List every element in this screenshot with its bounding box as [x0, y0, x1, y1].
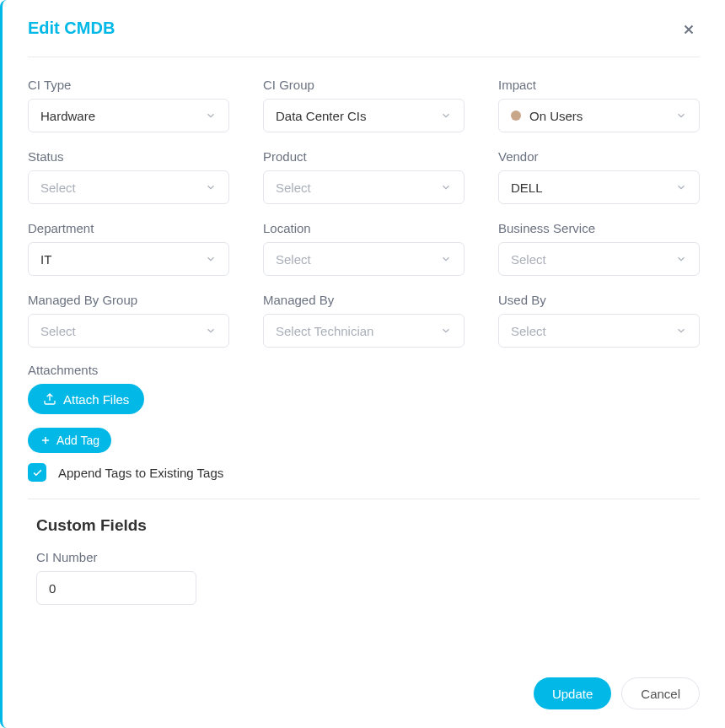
chevron-down-icon	[205, 253, 217, 265]
location-placeholder: Select	[276, 252, 440, 267]
close-icon	[681, 22, 696, 37]
status-label: Status	[28, 149, 229, 164]
business-service-select[interactable]: Select	[498, 242, 700, 276]
used-by-select[interactable]: Select	[498, 314, 700, 348]
status-select[interactable]: Select	[28, 170, 229, 204]
append-tags-label: Append Tags to Existing Tags	[58, 466, 223, 480]
append-tags-checkbox[interactable]	[28, 463, 46, 482]
location-select[interactable]: Select	[263, 242, 465, 276]
vendor-label: Vendor	[498, 149, 700, 164]
update-button[interactable]: Update	[534, 677, 611, 709]
department-select[interactable]: IT	[28, 242, 229, 276]
check-icon	[32, 467, 43, 478]
modal-title: Edit CMDB	[28, 19, 115, 38]
location-label: Location	[263, 221, 465, 235]
attachments-label: Attachments	[28, 363, 700, 377]
chevron-down-icon	[205, 325, 217, 337]
managed-by-placeholder: Select Technician	[276, 324, 440, 338]
vendor-select[interactable]: DELL	[498, 170, 700, 204]
close-button[interactable]	[678, 19, 700, 43]
department-value: IT	[40, 252, 205, 267]
chevron-down-icon	[440, 253, 452, 265]
impact-select[interactable]: On Users	[498, 99, 700, 132]
product-label: Product	[263, 149, 465, 164]
used-by-placeholder: Select	[511, 324, 675, 338]
attach-files-label: Attach Files	[63, 392, 129, 407]
ci-group-select[interactable]: Data Center CIs	[263, 99, 465, 132]
managed-by-select[interactable]: Select Technician	[263, 314, 465, 348]
impact-dot-icon	[511, 111, 521, 121]
managed-by-group-label: Managed By Group	[28, 293, 229, 307]
impact-value: On Users	[529, 109, 675, 123]
upload-icon	[43, 392, 56, 406]
chevron-down-icon	[675, 253, 687, 265]
chevron-down-icon	[675, 181, 687, 193]
impact-label: Impact	[498, 78, 700, 92]
used-by-label: Used By	[498, 293, 700, 307]
department-label: Department	[28, 221, 229, 235]
ci-group-label: CI Group	[263, 78, 465, 92]
business-service-label: Business Service	[498, 221, 700, 235]
ci-type-select[interactable]: Hardware	[28, 99, 229, 132]
vendor-value: DELL	[511, 181, 675, 195]
business-service-placeholder: Select	[511, 252, 675, 267]
managed-by-group-select[interactable]: Select	[28, 314, 229, 348]
ci-number-label: CI Number	[36, 550, 700, 564]
ci-number-input[interactable]	[36, 571, 196, 605]
product-placeholder: Select	[276, 181, 440, 195]
chevron-down-icon	[440, 110, 452, 121]
add-tag-button[interactable]: Add Tag	[28, 428, 111, 453]
add-tag-label: Add Tag	[56, 434, 99, 447]
chevron-down-icon	[675, 325, 687, 337]
chevron-down-icon	[440, 181, 452, 193]
cancel-button[interactable]: Cancel	[621, 677, 700, 709]
chevron-down-icon	[440, 325, 452, 337]
product-select[interactable]: Select	[263, 170, 465, 204]
plus-icon	[40, 434, 51, 446]
status-placeholder: Select	[40, 181, 205, 195]
ci-type-label: CI Type	[28, 78, 229, 92]
chevron-down-icon	[205, 181, 217, 193]
managed-by-label: Managed By	[263, 293, 465, 307]
divider	[28, 499, 700, 499]
attach-files-button[interactable]: Attach Files	[28, 384, 144, 414]
ci-type-value: Hardware	[40, 109, 205, 123]
ci-group-value: Data Center CIs	[276, 109, 440, 123]
custom-fields-title: Custom Fields	[36, 516, 700, 535]
managed-by-group-placeholder: Select	[40, 324, 205, 338]
chevron-down-icon	[205, 110, 217, 121]
chevron-down-icon	[675, 110, 687, 121]
